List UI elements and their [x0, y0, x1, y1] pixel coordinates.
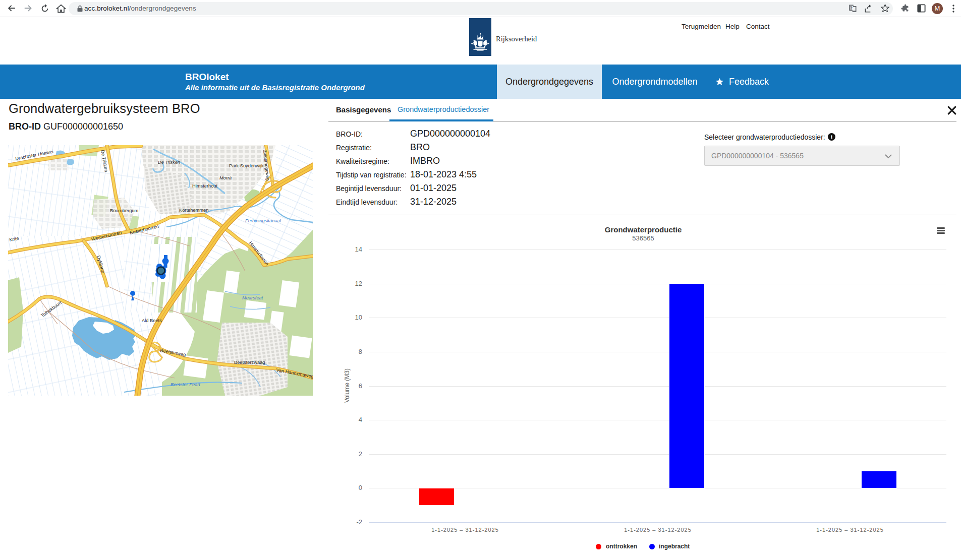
svg-text:Morrà: Morrà — [219, 175, 232, 180]
svg-text:Ferbiningskanaal: Ferbiningskanaal — [245, 218, 281, 223]
svg-text:Beetsterzwaag: Beetsterzwaag — [234, 360, 265, 365]
svg-text:Himsterhout: Himsterhout — [192, 183, 218, 189]
svg-text:Kortehemmen: Kortehemmen — [179, 208, 208, 213]
svg-text:G: G — [850, 6, 853, 10]
svg-text:Park Suydenwijk: Park Suydenwijk — [229, 163, 264, 168]
svg-text:Boornbergum: Boornbergum — [110, 208, 139, 213]
svg-text:Ald Beets: Ald Beets — [142, 318, 162, 323]
svg-text:Mearsfeat: Mearsfeat — [242, 295, 263, 300]
svg-text:De Trisken: De Trisken — [158, 160, 180, 165]
svg-text:Beetster Feart: Beetster Feart — [171, 382, 200, 387]
